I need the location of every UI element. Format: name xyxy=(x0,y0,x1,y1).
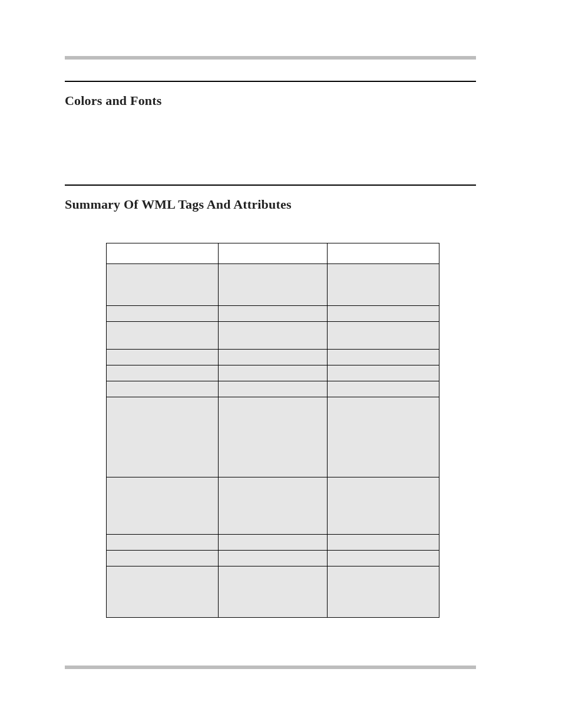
table-cell xyxy=(107,350,219,365)
table-cell xyxy=(107,264,219,306)
table-cell xyxy=(328,566,439,618)
table-cell xyxy=(107,322,219,350)
table-cell xyxy=(219,551,328,566)
table-row xyxy=(107,477,439,535)
table-cell xyxy=(328,264,439,306)
section2-title: Summary Of WML Tags And Attributes xyxy=(65,197,292,212)
table-cell xyxy=(107,477,219,535)
section1-rule xyxy=(65,81,476,82)
bottom-divider xyxy=(65,666,476,669)
wml-tags-table xyxy=(106,243,439,618)
table-cell xyxy=(107,306,219,322)
table-row xyxy=(107,535,439,551)
table-cell xyxy=(328,397,439,477)
table-cell xyxy=(328,306,439,322)
section2-rule xyxy=(65,185,476,186)
table-cell xyxy=(328,365,439,381)
table-cell xyxy=(328,535,439,551)
table-cell xyxy=(219,350,328,365)
table-cell xyxy=(107,381,219,397)
table-row xyxy=(107,350,439,365)
table-cell xyxy=(219,322,328,350)
table-header-row xyxy=(107,243,439,264)
table-row xyxy=(107,381,439,397)
table-row xyxy=(107,566,439,618)
table-cell xyxy=(328,477,439,535)
table-cell xyxy=(107,551,219,566)
table-cell xyxy=(219,381,328,397)
table-header-cell xyxy=(219,243,328,264)
table-cell xyxy=(219,397,328,477)
table-cell xyxy=(219,365,328,381)
table-cell xyxy=(107,566,219,618)
section1-title: Colors and Fonts xyxy=(65,93,162,108)
table-cell xyxy=(219,535,328,551)
top-divider xyxy=(65,56,476,60)
table-cell xyxy=(219,306,328,322)
table-row xyxy=(107,397,439,477)
table-cell xyxy=(328,381,439,397)
table-row xyxy=(107,306,439,322)
table-cell xyxy=(107,535,219,551)
table-cell xyxy=(107,365,219,381)
table-cell xyxy=(219,566,328,618)
wml-table-wrap xyxy=(106,243,439,618)
table-row xyxy=(107,322,439,350)
table-cell xyxy=(107,397,219,477)
table-header-cell xyxy=(107,243,219,264)
table-cell xyxy=(219,477,328,535)
table-cell xyxy=(219,264,328,306)
table-cell xyxy=(328,322,439,350)
table-header-cell xyxy=(328,243,439,264)
table-row xyxy=(107,551,439,566)
page: Colors and Fonts Summary Of WML Tags And… xyxy=(0,0,562,728)
table-cell xyxy=(328,350,439,365)
table-row xyxy=(107,365,439,381)
table-row xyxy=(107,264,439,306)
table-cell xyxy=(328,551,439,566)
